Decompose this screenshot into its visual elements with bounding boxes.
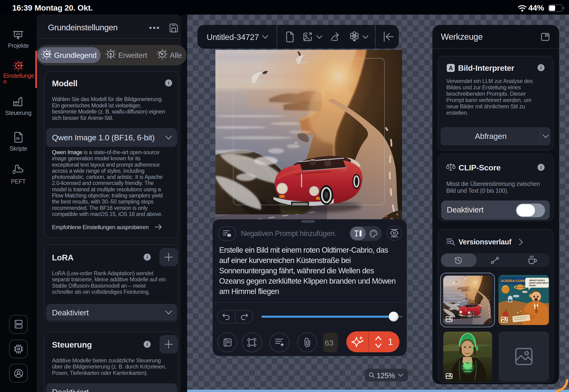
svg-text:RRAIR:!: RRAIR:! [529,284,536,287]
svg-text:ARRAOT AN DR.1: ARRAOT AN DR.1 [529,279,545,281]
svg-text:NOOHT HAEE SZEAO: NOOHT HAEE SZEAO [529,282,549,284]
